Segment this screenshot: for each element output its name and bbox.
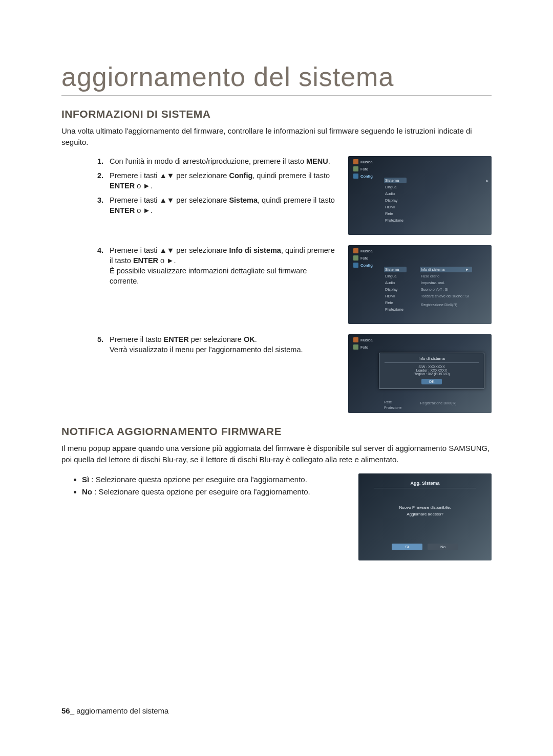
gear-icon	[353, 174, 358, 179]
popup-title: Info di sistema	[385, 356, 479, 363]
step-text: Premere i tasti ▲▼ per selezionare Info …	[110, 245, 336, 286]
step-number: 4.	[97, 245, 107, 255]
submenu-suono-onoff: Suono on/off : Sì	[420, 287, 472, 292]
notify-message: Nuovo Firmware disponibile. Aggiornare a…	[358, 504, 492, 517]
chevron-right-icon: ►	[465, 267, 469, 272]
config-menu-list: Sistema Lingua Audio Display HDMI Rete P…	[384, 267, 407, 312]
menu-item-lingua: Lingua	[384, 184, 407, 190]
menu-item-sistema: Sistema	[384, 178, 407, 183]
tv-screenshot-firmware-notify: Agg. Sistema Nuovo Firmware disponibile.…	[358, 473, 492, 560]
tv-screenshot-sistema-submenu: Musica Foto Config Sistema Lingua Audio …	[348, 245, 492, 324]
sistema-submenu-list: Info di sistema► Fuso orario Impostaz. o…	[420, 267, 472, 308]
step-5: 5. Premere il tasto ENTER per selezionar…	[97, 334, 336, 355]
menu-item-lingua: Lingua	[384, 273, 407, 279]
tv-screenshot-config-menu: Musica Foto Config Sistema Lingua Audio …	[348, 156, 492, 235]
nav-music: Musica	[353, 337, 382, 342]
menu-item-sistema: Sistema	[384, 267, 407, 272]
nav-config: Config	[353, 263, 382, 268]
nav-photo: Foto	[353, 344, 382, 350]
menu-item-audio: Audio	[384, 280, 407, 286]
photo-icon	[353, 255, 358, 261]
menu-item-protezione: Protezione	[384, 307, 407, 312]
step-2: 2. Premere i tasti ▲▼ per selezionare Co…	[97, 170, 336, 191]
menu-item-hdmi: HDMI	[384, 293, 407, 299]
popup-line-sw: S/W : XXXXXXX	[385, 365, 479, 369]
page-footer: 56_ aggiornamento del sistema	[61, 706, 168, 715]
notify-options-list: Sì : Selezionare questa opzione per eseg…	[61, 473, 346, 498]
menu-item-hdmi: HDMI	[384, 204, 407, 210]
menu-item-rete: Rete	[384, 211, 407, 217]
menu-item-protezione: Protezione	[384, 405, 401, 410]
section-heading-notify: NOTIFICA AGGIORNAMENTO FIRMWARE	[61, 425, 492, 438]
menu-item-display: Display	[384, 198, 407, 203]
tv-screenshot-info-popup: Musica Foto Info di sistema S/W : XXXXXX…	[348, 334, 492, 413]
popup-line-loader: Loader : XXXXXXX	[385, 369, 479, 372]
notify-button-row: Sì No	[358, 544, 492, 550]
submenu-fuso-orario: Fuso orario	[420, 273, 472, 279]
section-intro-info: Una volta ultimato l'aggiornamento del f…	[61, 125, 492, 148]
step-1: 1. Con l'unità in modo di arresto/riprod…	[97, 156, 336, 166]
divider	[374, 488, 476, 488]
menu-item-protezione: Protezione	[384, 218, 407, 223]
up-down-arrows-icon: ▲▼	[160, 196, 175, 204]
footer-section-name: aggiornamento del sistema	[76, 706, 168, 715]
popup-line-region: Region : 0/2 (BD/DVD)	[385, 372, 479, 376]
step-text: Premere il tasto ENTER per selezionare O…	[110, 334, 303, 355]
notify-button-no: No	[428, 544, 458, 550]
submenu-blank	[420, 300, 472, 301]
section-intro-notify: Il menu popup appare quando una versione…	[61, 443, 492, 465]
menu-item-rete: Rete	[384, 300, 407, 306]
up-down-arrows-icon: ▲▼	[160, 246, 175, 254]
music-icon	[353, 337, 358, 342]
step-number: 2.	[97, 170, 107, 181]
section-heading-info: INFORMAZIONI DI SISTEMA	[61, 108, 492, 120]
page-number: 56	[61, 706, 70, 715]
info-di-sistema-popup: Info di sistema S/W : XXXXXXX Loader : X…	[379, 353, 484, 389]
config-menu-list: Sistema Lingua Audio Display HDMI Rete P…	[384, 178, 407, 223]
step-3: 3. Premere i tasti ▲▼ per selezionare Si…	[97, 195, 336, 215]
music-icon	[353, 248, 358, 253]
submenu-impostaz-orol: Impostaz. orol.	[420, 280, 472, 286]
step-number: 3.	[97, 195, 107, 205]
step-text: Premere i tasti ▲▼ per selezionare Siste…	[110, 195, 336, 215]
nav-music: Musica	[353, 159, 382, 164]
page-title: aggiornamento del sistema	[61, 61, 492, 96]
submenu-info-di-sistema: Info di sistema►	[420, 267, 472, 272]
gear-icon	[353, 263, 358, 268]
step-4: 4. Premere i tasti ▲▼ per selezionare In…	[97, 245, 336, 286]
photo-icon	[353, 344, 358, 350]
menu-item-display: Display	[384, 287, 407, 292]
notify-button-si: Sì	[392, 544, 422, 550]
popup-under-rows: Rete Protezione Registrazione DivX(R)	[384, 400, 456, 410]
option-si: Sì : Selezionare questa opzione per eseg…	[82, 473, 346, 486]
step-number: 1.	[97, 156, 107, 166]
music-icon	[353, 159, 358, 164]
nav-config: Config	[353, 174, 382, 179]
menu-item-audio: Audio	[384, 191, 407, 197]
submenu-toccare-chiave: Toccare chiave del suono : Sì	[420, 293, 472, 299]
notify-title: Agg. Sistema	[358, 481, 492, 486]
up-down-arrows-icon: ▲▼	[160, 171, 175, 180]
nav-photo: Foto	[353, 255, 382, 261]
submenu-registrazione-divx: Registrazione DivX(R)	[420, 302, 472, 308]
submenu-registrazione-divx: Registrazione DivX(R)	[420, 401, 456, 405]
nav-photo: Foto	[353, 166, 382, 171]
chevron-right-icon: ►	[485, 179, 490, 183]
popup-ok-button: OK	[421, 379, 442, 384]
step-text: Con l'unità in modo di arresto/riproduzi…	[110, 156, 330, 166]
nav-music: Musica	[353, 248, 382, 253]
option-no: No : Selezionare questa opzione per eseg…	[82, 486, 346, 498]
step-text: Premere i tasti ▲▼ per selezionare Confi…	[110, 170, 336, 191]
menu-item-rete: Rete	[384, 400, 401, 404]
step-number: 5.	[97, 334, 107, 344]
photo-icon	[353, 166, 358, 171]
